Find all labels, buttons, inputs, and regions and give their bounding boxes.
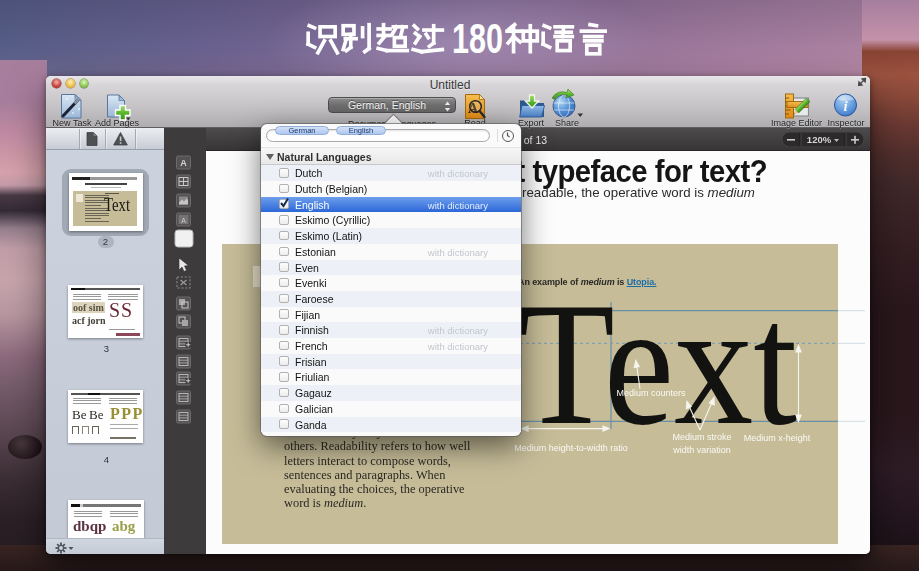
svg-text:180: 180: [452, 18, 503, 56]
